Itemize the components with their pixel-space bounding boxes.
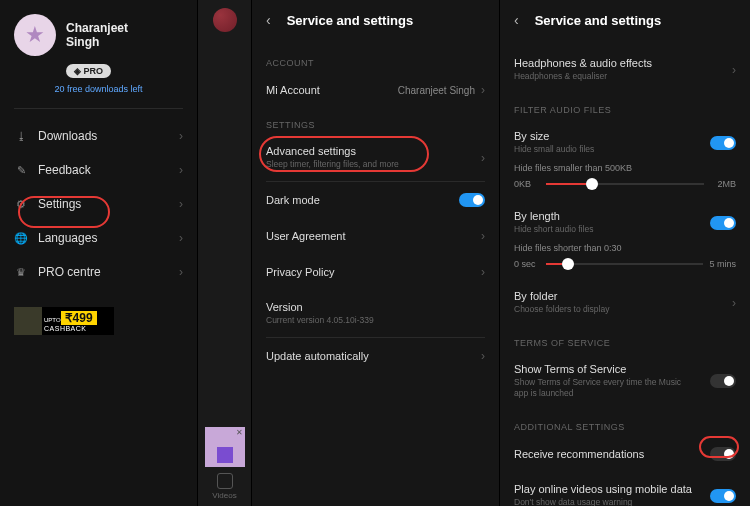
videos-label: Videos <box>212 491 236 500</box>
back-button[interactable]: ‹ <box>266 12 271 28</box>
sidebar-item-pro-centre[interactable]: ♛PRO centre › <box>0 255 197 289</box>
length-slider-label: Hide files shorter than 0:30 <box>514 243 736 253</box>
sidebar-item-languages[interactable]: 🌐Languages › <box>0 221 197 255</box>
row-receive-recommendations[interactable]: Receive recommendations <box>500 436 750 472</box>
row-play-mobile-data[interactable]: Play online videos using mobile data Don… <box>500 472 750 506</box>
chevron-right-icon: › <box>179 231 183 245</box>
section-settings: SETTINGS <box>252 116 499 134</box>
feedback-icon: ✎ <box>14 163 28 177</box>
size-min: 0KB <box>514 179 540 189</box>
page-title: Service and settings <box>535 13 661 28</box>
sidebar-item-feedback[interactable]: ✎Feedback › <box>0 153 197 187</box>
by-length-label: By length <box>514 210 593 222</box>
promo-upto: UPTO <box>44 317 61 323</box>
mini-player-icon[interactable] <box>213 8 237 32</box>
back-button[interactable]: ‹ <box>514 12 519 28</box>
chevron-right-icon: › <box>732 296 736 310</box>
chevron-right-icon: › <box>179 163 183 177</box>
row-mi-account[interactable]: Mi Account Charanjeet Singh› <box>252 72 499 108</box>
row-dark-mode[interactable]: Dark mode <box>252 182 499 218</box>
row-by-length[interactable]: By length Hide short audio files <box>500 199 750 239</box>
mi-account-value: Charanjeet Singh <box>398 85 475 96</box>
headphones-label: Headphones & audio effects <box>514 57 652 69</box>
update-auto-label: Update automatically <box>266 350 369 362</box>
by-size-sub: Hide small audio files <box>514 144 594 155</box>
sidebar-label-pro-centre: PRO centre <box>38 265 101 279</box>
receive-rec-label: Receive recommendations <box>514 448 644 460</box>
length-slider-group: Hide files shorter than 0:30 0 sec 5 min… <box>500 239 750 279</box>
sidebar-label-languages: Languages <box>38 231 97 245</box>
show-tos-sub: Show Terms of Service every time the Mus… <box>514 377 694 399</box>
pro-badge: ◈ PRO <box>66 64 111 78</box>
chevron-right-icon: › <box>481 265 485 279</box>
profile-header: ★ Charanjeet Singh <box>0 0 197 62</box>
promo-cashback: CASHBACK <box>44 325 97 332</box>
chevron-right-icon: › <box>179 197 183 211</box>
headphones-sub: Headphones & equaliser <box>514 71 652 82</box>
privacy-policy-label: Privacy Policy <box>266 266 334 278</box>
star-icon: ★ <box>25 22 45 48</box>
receive-rec-toggle[interactable] <box>710 447 736 461</box>
length-min: 0 sec <box>514 259 540 269</box>
crown-icon: ♛ <box>14 265 28 279</box>
section-additional: ADDITIONAL SETTINGS <box>500 418 750 436</box>
mi-account-label: Mi Account <box>266 84 320 96</box>
dark-mode-toggle[interactable] <box>459 193 485 207</box>
row-version: Version Current version 4.05.10i-339 <box>252 290 499 337</box>
by-size-label: By size <box>514 130 594 142</box>
row-update-automatically[interactable]: Update automatically › <box>252 338 499 374</box>
sidebar-label-settings: Settings <box>38 197 81 211</box>
chevron-right-icon: › <box>179 265 183 279</box>
by-length-sub: Hide short audio files <box>514 224 593 235</box>
close-icon[interactable]: ✕ <box>236 428 243 437</box>
row-by-folder[interactable]: By folder Choose folders to display › <box>500 279 750 326</box>
chevron-right-icon: › <box>481 229 485 243</box>
dark-mode-label: Dark mode <box>266 194 320 206</box>
section-account: ACCOUNT <box>252 54 499 72</box>
length-slider[interactable] <box>546 263 703 265</box>
play-mobile-label: Play online videos using mobile data <box>514 483 692 495</box>
promo-image <box>14 307 42 335</box>
globe-icon: 🌐 <box>14 231 28 245</box>
promo-price: ₹499 <box>61 311 97 325</box>
chevron-right-icon: › <box>481 83 485 97</box>
row-by-size[interactable]: By size Hide small audio files <box>500 119 750 159</box>
sidebar-label-downloads: Downloads <box>38 129 97 143</box>
show-tos-label: Show Terms of Service <box>514 363 694 375</box>
downloads-left[interactable]: 20 free downloads left <box>0 78 197 108</box>
by-length-toggle[interactable] <box>710 216 736 230</box>
row-show-tos[interactable]: Show Terms of Service Show Terms of Serv… <box>500 352 750 410</box>
download-icon: ⭳ <box>14 129 28 143</box>
size-max: 2MB <box>710 179 736 189</box>
advanced-label: Advanced settings <box>266 145 399 157</box>
length-max: 5 mins <box>709 259 736 269</box>
by-size-toggle[interactable] <box>710 136 736 150</box>
user-name-line1: Charanjeet <box>66 21 128 35</box>
row-advanced-settings[interactable]: Advanced settings Sleep timer, filtering… <box>252 134 499 181</box>
row-headphones[interactable]: Headphones & audio effects Headphones & … <box>500 46 750 93</box>
show-tos-toggle[interactable] <box>710 374 736 388</box>
sidebar-item-settings[interactable]: ⚙Settings › <box>0 187 197 221</box>
user-agreement-label: User Agreement <box>266 230 345 242</box>
promo-banner[interactable]: UPTO ₹499 CASHBACK <box>14 307 114 335</box>
by-folder-label: By folder <box>514 290 609 302</box>
section-terms: TERMS OF SERVICE <box>500 334 750 352</box>
by-folder-sub: Choose folders to display <box>514 304 609 315</box>
videos-icon[interactable] <box>217 473 233 489</box>
play-mobile-toggle[interactable] <box>710 489 736 503</box>
version-sub: Current version 4.05.10i-339 <box>266 315 374 326</box>
row-user-agreement[interactable]: User Agreement › <box>252 218 499 254</box>
advanced-sub: Sleep timer, filtering files, and more <box>266 159 399 170</box>
size-slider-group: Hide files smaller than 500KB 0KB 2MB <box>500 159 750 199</box>
avatar[interactable]: ★ <box>14 14 56 56</box>
version-label: Version <box>266 301 374 313</box>
section-filter: FILTER AUDIO FILES <box>500 101 750 119</box>
chevron-right-icon: › <box>481 349 485 363</box>
chevron-right-icon: › <box>732 63 736 77</box>
size-slider[interactable] <box>546 183 704 185</box>
mini-promo[interactable]: ✕ <box>205 427 245 467</box>
row-privacy-policy[interactable]: Privacy Policy › <box>252 254 499 290</box>
gift-icon <box>217 447 233 463</box>
user-name-line2: Singh <box>66 35 128 49</box>
sidebar-item-downloads[interactable]: ⭳Downloads › <box>0 119 197 153</box>
